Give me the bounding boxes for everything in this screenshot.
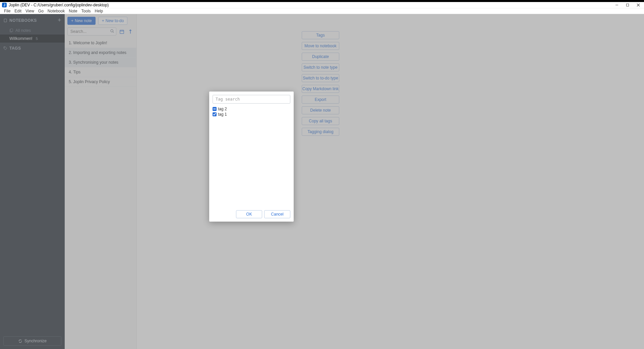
tag-checkbox[interactable] xyxy=(213,112,217,116)
menu-go[interactable]: Go xyxy=(36,9,46,13)
menu-file[interactable]: File xyxy=(2,9,12,13)
menubar: File Edit View Go Notebook Note Tools He… xyxy=(0,8,644,14)
svg-rect-1 xyxy=(627,4,629,6)
maximize-button[interactable] xyxy=(625,3,630,7)
dialog-cancel-button[interactable]: Cancel xyxy=(264,210,290,218)
menu-notebook[interactable]: Notebook xyxy=(46,9,67,13)
tag-row[interactable]: tag 1 xyxy=(213,112,290,117)
modal-backdrop xyxy=(0,14,644,349)
menu-tools[interactable]: Tools xyxy=(79,9,93,13)
menu-view[interactable]: View xyxy=(23,9,36,13)
tag-checkbox[interactable] xyxy=(213,107,217,111)
dialog-ok-button[interactable]: OK xyxy=(236,210,262,218)
tag-list: tag 2 tag 1 xyxy=(213,104,290,210)
menu-note[interactable]: Note xyxy=(67,9,79,13)
menu-edit[interactable]: Edit xyxy=(12,9,23,13)
window-title: Joplin (DEV - C:/Users/gruber/.config/jo… xyxy=(9,3,614,7)
tag-label: tag 2 xyxy=(218,107,227,111)
tag-label: tag 1 xyxy=(218,112,227,117)
app-icon: J xyxy=(2,3,7,7)
menu-help[interactable]: Help xyxy=(93,9,105,13)
titlebar: J Joplin (DEV - C:/Users/gruber/.config/… xyxy=(0,2,644,8)
minimize-button[interactable] xyxy=(614,3,619,7)
tag-search-input[interactable] xyxy=(213,95,290,104)
tag-row[interactable]: tag 2 xyxy=(213,106,290,112)
close-button[interactable] xyxy=(636,3,641,7)
tagging-dialog: tag 2 tag 1 OK Cancel xyxy=(209,92,294,222)
